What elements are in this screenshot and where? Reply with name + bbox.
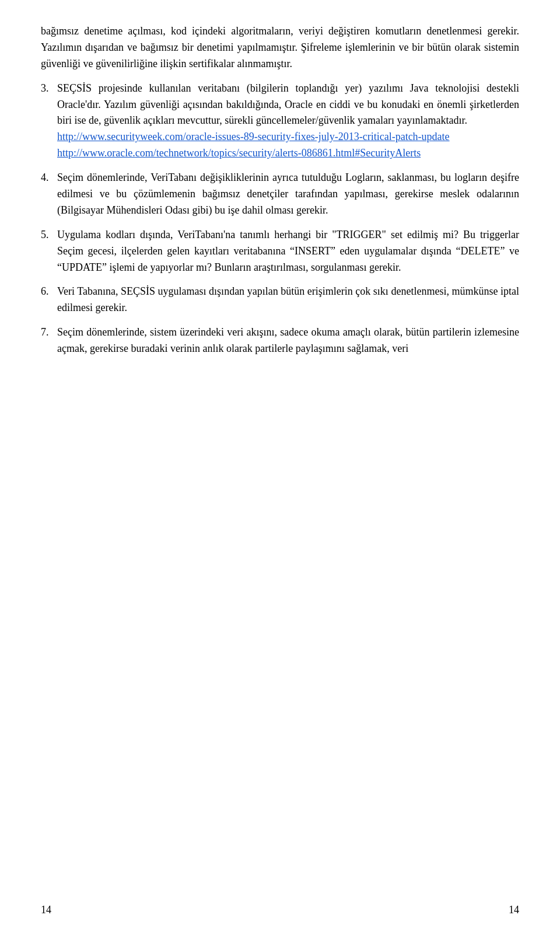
item-7-content: Seçim dönemlerinde, sistem üzerindeki ve… — [57, 324, 519, 357]
oracle-security-link[interactable]: http://www.oracle.com/technetwork/topics… — [57, 147, 421, 159]
item-6-text: Veri Tabanına, SEÇSİS uygulaması dışında… — [57, 285, 519, 313]
page-number-left: 14 — [41, 902, 51, 918]
item-5-content: Uygulama kodları dışında, VeriTabanı'na … — [57, 227, 519, 276]
item-5-text: Uygulama kodları dışında, VeriTabanı'na … — [57, 229, 519, 273]
item-4-content: Seçim dönemlerinde, VeriTabanı değişikli… — [57, 170, 519, 219]
item-3-text: SEÇSİS projesinde kullanılan veritabanı … — [57, 82, 519, 127]
list-item-7: 7. Seçim dönemlerinde, sistem üzerindeki… — [41, 324, 519, 357]
item-7-text: Seçim dönemlerinde, sistem üzerindeki ve… — [57, 326, 519, 354]
item-6-content: Veri Tabanına, SEÇSİS uygulaması dışında… — [57, 284, 519, 316]
item-3-content: SEÇSİS projesinde kullanılan veritabanı … — [57, 81, 519, 162]
item-6-number: 6. — [41, 284, 57, 316]
list-item-6: 6. Veri Tabanına, SEÇSİS uygulaması dışı… — [41, 284, 519, 316]
main-content: bağımsız denetime açılması, kod içindeki… — [41, 23, 519, 357]
page: bağımsız denetime açılması, kod içindeki… — [0, 0, 560, 936]
item-7-number: 7. — [41, 324, 57, 357]
list-item-5: 5. Uygulama kodları dışında, VeriTabanı'… — [41, 227, 519, 276]
item-5-number: 5. — [41, 227, 57, 276]
list-item-4: 4. Seçim dönemlerinde, VeriTabanı değişi… — [41, 170, 519, 219]
security-week-link[interactable]: http://www.securityweek.com/oracle-issue… — [57, 131, 450, 142]
item-4-number: 4. — [41, 170, 57, 219]
intro-paragraph: bağımsız denetime açılması, kod içindeki… — [41, 23, 519, 72]
list-item-3: 3. SEÇSİS projesinde kullanılan veritaba… — [41, 81, 519, 162]
item-3-number: 3. — [41, 81, 57, 162]
page-number-right: 14 — [509, 902, 519, 918]
intro-text: bağımsız denetime açılması, kod içindeki… — [41, 25, 519, 69]
item-4-text: Seçim dönemlerinde, VeriTabanı değişikli… — [57, 172, 519, 216]
